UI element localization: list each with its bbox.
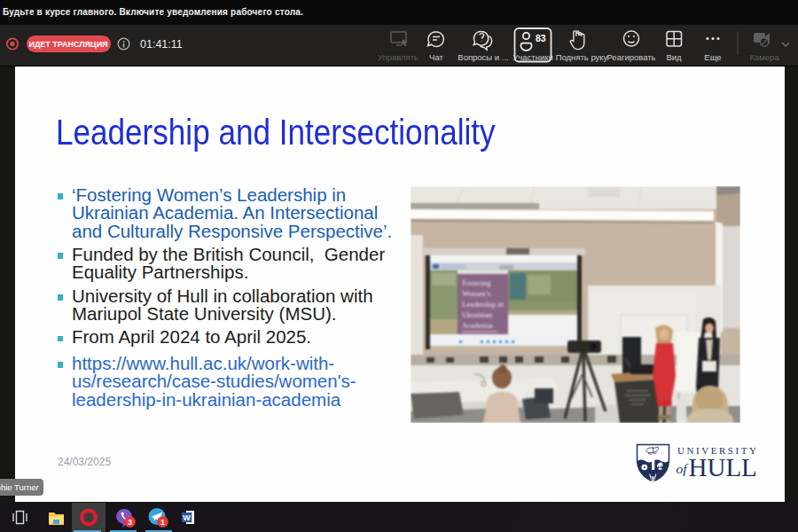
svg-text:of: of (677, 461, 690, 476)
svg-text:3: 3 (128, 518, 132, 527)
svg-text:Academia: Academia (462, 321, 493, 330)
svg-text:HULL: HULL (689, 453, 757, 481)
svg-text:ИДЕТ ТРАНСЛЯЦИЯ: ИДЕТ ТРАНСЛЯЦИЯ (28, 40, 107, 49)
svg-text:Women’s: Women’s (462, 289, 491, 298)
svg-text:83: 83 (536, 33, 546, 43)
svg-text:Leadership in: Leadership in (462, 300, 505, 309)
svg-text:01:41:11: 01:41:11 (140, 38, 183, 51)
svg-text:W: W (183, 513, 191, 522)
svg-text:Fostering: Fostering (462, 278, 491, 287)
svg-text:1: 1 (160, 518, 165, 527)
svg-text:Ukrainian: Ukrainian (462, 310, 493, 319)
